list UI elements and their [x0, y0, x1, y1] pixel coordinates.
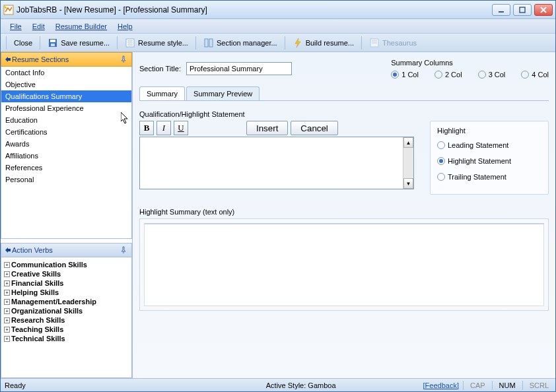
- statement-textarea-wrap: ▲ ▼: [139, 137, 414, 189]
- num-indicator: NUM: [497, 381, 518, 389]
- sidebar-item[interactable]: Affiliations: [1, 150, 131, 162]
- insert-button[interactable]: Insert: [246, 121, 288, 135]
- sidebar-item[interactable]: Objective: [1, 79, 131, 90]
- style-icon: [125, 38, 135, 48]
- tab[interactable]: Summary Preview: [186, 86, 260, 100]
- save-icon: [48, 38, 58, 48]
- col-radio[interactable]: 4 Col: [521, 71, 549, 79]
- highlight-summary-textarea[interactable]: [144, 223, 544, 306]
- underline-button[interactable]: U: [174, 121, 188, 135]
- radio-icon: [391, 71, 399, 79]
- summary-columns-group: Summary Columns 1 Col2 Col3 Col4 Col: [391, 59, 549, 79]
- svg-rect-5: [51, 44, 55, 46]
- verb-item[interactable]: +Financial Skills: [3, 278, 130, 288]
- expand-icon[interactable]: +: [4, 262, 10, 268]
- expand-icon[interactable]: +: [4, 327, 10, 333]
- tabs: SummarySummary Preview: [139, 86, 549, 101]
- verb-label: Teaching Skills: [11, 325, 63, 333]
- resume-style-button[interactable]: Resume style...: [120, 36, 193, 50]
- action-verbs-panel: Action Verbs +Communication Skills+Creat…: [1, 243, 132, 378]
- verb-item[interactable]: +Research Skills: [3, 315, 130, 325]
- menu-file[interactable]: File: [6, 21, 26, 32]
- status-ready: Ready: [5, 381, 26, 389]
- qualification-label: Qualification/Highlight Statement: [139, 110, 549, 118]
- sidebar-item[interactable]: Education: [1, 114, 131, 126]
- statusbar: Ready Active Style: Gamboa [Feedback] CA…: [1, 378, 555, 391]
- main: Resume Sections Contact InfoObjectiveQua…: [1, 52, 555, 378]
- expand-icon[interactable]: +: [4, 290, 10, 296]
- radio-icon: [437, 173, 445, 181]
- scroll-up-icon[interactable]: ▲: [403, 137, 413, 148]
- expand-icon[interactable]: +: [4, 308, 10, 314]
- verb-item[interactable]: +Technical Skills: [3, 334, 130, 343]
- menu-edit[interactable]: Edit: [28, 21, 49, 32]
- tab[interactable]: Summary: [139, 86, 185, 100]
- verb-item[interactable]: +Teaching Skills: [3, 325, 130, 334]
- verb-item[interactable]: +Creative Skills: [3, 269, 130, 278]
- scrollbar[interactable]: ▲ ▼: [403, 137, 413, 189]
- minimize-button[interactable]: [492, 4, 510, 16]
- expand-icon[interactable]: +: [4, 317, 10, 323]
- radio-icon: [434, 71, 442, 79]
- scroll-down-icon[interactable]: ▼: [403, 178, 413, 189]
- save-resume-button[interactable]: Save resume...: [43, 36, 114, 50]
- radio-icon: [437, 157, 445, 165]
- verb-item[interactable]: +Communication Skills: [3, 260, 130, 269]
- sidebar-item[interactable]: References: [1, 162, 131, 174]
- cancel-button[interactable]: Cancel: [291, 121, 338, 135]
- pin-icon[interactable]: [120, 246, 127, 254]
- radio-icon: [478, 71, 486, 79]
- sidebar-item[interactable]: Contact Info: [1, 67, 131, 79]
- verb-item[interactable]: +Helping Skills: [3, 288, 130, 297]
- sidebar-item[interactable]: Professional Experience: [1, 102, 131, 114]
- bold-button[interactable]: B: [139, 121, 154, 135]
- menu-help[interactable]: Help: [114, 21, 137, 32]
- expand-icon[interactable]: +: [4, 336, 10, 342]
- section-title-label: Section Title:: [139, 65, 181, 73]
- svg-rect-2: [520, 7, 525, 13]
- radio-icon: [521, 71, 529, 79]
- verb-item[interactable]: +Organizational Skills: [3, 306, 130, 315]
- close-tool-button[interactable]: Close: [9, 37, 37, 49]
- sidebar-item[interactable]: Awards: [1, 138, 131, 150]
- resume-sections-header[interactable]: Resume Sections: [1, 52, 132, 67]
- build-resume-button[interactable]: Build resume...: [288, 36, 359, 50]
- sidebar-item[interactable]: Certifications: [1, 126, 131, 138]
- action-verbs-header[interactable]: Action Verbs: [1, 243, 132, 257]
- left-column: Resume Sections Contact InfoObjectiveQua…: [1, 52, 133, 378]
- toolbar: Close Save resume... Resume style... Sec…: [1, 34, 555, 52]
- close-button[interactable]: [534, 4, 553, 16]
- expand-icon[interactable]: +: [4, 299, 10, 305]
- verbs-list: +Communication Skills+Creative Skills+Fi…: [1, 257, 132, 378]
- caret-icon: [5, 55, 11, 63]
- verb-item[interactable]: +Management/Leadership: [3, 297, 130, 306]
- radio-icon: [437, 141, 445, 149]
- expand-icon[interactable]: +: [4, 280, 10, 286]
- menu-resume-builder[interactable]: Resume Builder: [52, 21, 111, 32]
- highlight-radio[interactable]: Highlight Statement: [437, 157, 541, 165]
- expand-icon[interactable]: +: [4, 271, 10, 277]
- col-radio[interactable]: 2 Col: [434, 71, 462, 79]
- italic-button[interactable]: I: [156, 121, 171, 135]
- statement-textarea[interactable]: [140, 137, 403, 189]
- summary-columns-label: Summary Columns: [391, 59, 549, 67]
- highlight-radio[interactable]: Leading Statement: [437, 141, 541, 149]
- col-radio[interactable]: 3 Col: [478, 71, 506, 79]
- section-title-input[interactable]: [186, 62, 292, 75]
- pin-icon[interactable]: [120, 55, 127, 63]
- verb-label: Helping Skills: [11, 288, 59, 296]
- svg-rect-11: [209, 39, 213, 47]
- sidebar-item[interactable]: Personal: [1, 174, 131, 185]
- status-active-style: Active Style: Gamboa: [266, 381, 336, 389]
- highlight-title: Highlight: [437, 127, 541, 135]
- scrl-indicator: SCRL: [527, 381, 551, 389]
- maximize-button[interactable]: [513, 4, 532, 16]
- section-manager-button[interactable]: Section manager...: [199, 36, 282, 50]
- sections-header-label: Resume Sections: [12, 55, 69, 63]
- feedback-link[interactable]: [Feedback]: [423, 381, 459, 389]
- highlight-radio[interactable]: Trailing Statement: [437, 173, 541, 181]
- sidebar-item[interactable]: Qualifications Summary: [1, 90, 131, 102]
- col-radio[interactable]: 1 Col: [391, 71, 419, 79]
- verb-label: Management/Leadership: [11, 298, 96, 306]
- thesaurus-button[interactable]: Thesaurus: [365, 36, 421, 50]
